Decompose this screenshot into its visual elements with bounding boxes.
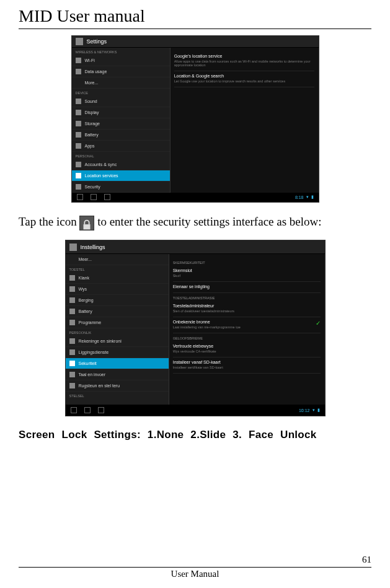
data-icon	[76, 69, 81, 74]
sidebar-item-label: Klank	[79, 276, 90, 280]
sidebar-item-wifi[interactable]: Wi-Fi	[72, 55, 170, 66]
sidebar-item-more[interactable]: More...	[72, 77, 170, 89]
setting-title: Eienaar se inligting	[173, 284, 321, 289]
sidebar-item-label: Wi-Fi	[85, 58, 95, 63]
section-header: STELSEL	[66, 392, 169, 399]
sidebar-item-label: More...	[85, 81, 99, 85]
sidebar-item-battery[interactable]: Battery	[66, 306, 169, 317]
setting-subtitle: Allow apps to use data from sources such…	[174, 59, 315, 67]
sync-icon	[69, 338, 75, 344]
setting-title: Skermslot	[173, 268, 321, 273]
sidebar-item-label: Sound	[85, 99, 97, 103]
section-header: PERSOONLIK	[66, 328, 169, 336]
app-bar: Settings	[72, 36, 319, 48]
navigation-bar: 8:18 ▾ ▮	[72, 193, 319, 202]
page-footer: 61 User Manual	[19, 567, 371, 579]
sync-icon	[76, 162, 81, 167]
sound-icon	[76, 99, 81, 104]
setting-install-from-sd[interactable]: Installeer vanaf SD-kaart Installeer ser…	[173, 358, 321, 374]
setting-screen-lock[interactable]: Skermslot Skuif	[173, 266, 321, 282]
storage-icon	[69, 297, 75, 303]
sidebar-item-label: Rugsteun en stel teru	[79, 384, 120, 388]
detail-section-header: TOESTELADMINISTRASIE	[173, 293, 321, 301]
setting-subtitle: Wys vertroude CA-sertifikate	[173, 349, 321, 353]
sidebar-item-storage[interactable]: Storage	[72, 118, 170, 129]
sidebar-item-backup[interactable]: Rugsteun en stel teru	[66, 380, 169, 392]
section-header: TOESTEL	[66, 265, 169, 273]
status-area: 8:18 ▾ ▮	[295, 195, 314, 200]
wifi-icon	[76, 58, 81, 63]
page-number: 61	[362, 555, 371, 565]
sidebar-item-more[interactable]: Meer...	[66, 254, 169, 265]
setting-title: Google's location service	[174, 54, 315, 58]
sidebar-item-display[interactable]: Wys	[66, 284, 169, 295]
sidebar-item-location[interactable]: Location services	[72, 170, 170, 182]
back-button[interactable]	[77, 194, 83, 200]
sidebar-item-language[interactable]: Taal en invoer	[66, 369, 169, 380]
sidebar-item-battery[interactable]: Battery	[72, 129, 170, 141]
checkmark-icon: ✓	[316, 320, 321, 327]
back-button[interactable]	[71, 407, 77, 413]
sidebar-item-accounts[interactable]: Accounts & sync	[72, 159, 170, 170]
recents-button[interactable]	[98, 407, 104, 413]
app-bar-title: Instellings	[81, 244, 105, 250]
apps-icon	[69, 320, 75, 325]
sidebar-item-apps[interactable]: Programme	[66, 317, 169, 328]
sidebar-item-security[interactable]: Security	[72, 182, 170, 193]
sidebar-item-label: Data usage	[85, 69, 107, 74]
wifi-status-icon: ▾	[306, 195, 309, 200]
sidebar-item-sound[interactable]: Klank	[66, 273, 169, 284]
sidebar-item-label: Security	[85, 185, 100, 189]
setting-title: Onbekende bronne	[173, 320, 321, 324]
svg-rect-0	[84, 224, 91, 229]
sidebar-item-location[interactable]: Liggingsdienste	[66, 347, 169, 358]
footer-text: User Manual	[19, 567, 371, 579]
setting-device-admin[interactable]: Toesteladministrateur Sien of deaktiveer…	[173, 301, 321, 317]
setting-unknown-sources[interactable]: ✓ Onbekende bronne Laat installering van…	[173, 317, 321, 333]
detail-section-header: SKERMSEKURITEIT	[173, 258, 321, 266]
section-header: WIRELESS & NETWORKS	[72, 48, 170, 55]
setting-location-search[interactable]: Location & Google search Let Google use …	[174, 71, 315, 87]
language-icon	[69, 372, 75, 377]
sidebar-item-storage[interactable]: Berging	[66, 295, 169, 306]
screen-lock-settings-text: Screen Lock Settings: 1.None 2.Slide 3. …	[19, 429, 371, 441]
setting-subtitle: Installeer sertifikate van SD-kaart	[173, 366, 321, 369]
sidebar-item-security[interactable]: Sekuriteit	[66, 358, 169, 369]
home-button[interactable]	[91, 194, 97, 200]
settings-sidebar: Meer... TOESTEL Klank Wys Berging Batter…	[66, 254, 169, 405]
lock-icon	[76, 184, 81, 190]
section-header: PERSONAL	[72, 152, 170, 159]
settings-icon	[76, 38, 83, 45]
clock: 10:12	[299, 408, 310, 413]
setting-title: Toesteladministrateur	[173, 304, 321, 308]
location-icon	[76, 173, 81, 178]
sidebar-item-label: Berging	[79, 298, 94, 302]
lock-icon	[79, 216, 94, 230]
setting-title: Location & Google search	[174, 74, 315, 78]
setting-trusted-credentials[interactable]: Vertroude eiebewyse Wys vertroude CA-ser…	[173, 341, 321, 358]
section-header: DEVICE	[72, 89, 170, 96]
display-icon	[76, 110, 81, 115]
setting-owner-info[interactable]: Eienaar se inligting	[173, 282, 321, 293]
recents-button[interactable]	[104, 194, 110, 200]
sidebar-item-label: Location services	[85, 173, 118, 178]
sidebar-item-apps[interactable]: Apps	[72, 141, 170, 152]
apps-icon	[76, 143, 81, 149]
clock: 8:18	[295, 195, 304, 200]
status-area: 10:12 ▾ ▮	[299, 408, 320, 413]
home-button[interactable]	[84, 407, 91, 413]
setting-title: Installeer vanaf SD-kaart	[173, 360, 321, 364]
detail-section-header: GELOOFSBRIEWE	[173, 333, 321, 341]
sidebar-item-sound[interactable]: Sound	[72, 96, 170, 107]
setting-subtitle: Laat installering van nie-markprogramme …	[173, 325, 321, 329]
backup-icon	[69, 383, 75, 388]
setting-subtitle: Let Google use your location to improve …	[174, 79, 315, 83]
sidebar-item-data-usage[interactable]: Data usage	[72, 66, 170, 77]
battery-icon	[76, 132, 81, 138]
sidebar-item-accounts[interactable]: Rekeninge en sinkroni	[66, 336, 169, 347]
sidebar-item-label: Sekuriteit	[79, 361, 97, 366]
app-bar-title: Settings	[87, 38, 107, 45]
sidebar-item-display[interactable]: Display	[72, 107, 170, 118]
setting-google-location[interactable]: Google's location service Allow apps to …	[174, 51, 315, 71]
settings-sidebar: WIRELESS & NETWORKS Wi-Fi Data usage Mor…	[72, 48, 171, 193]
